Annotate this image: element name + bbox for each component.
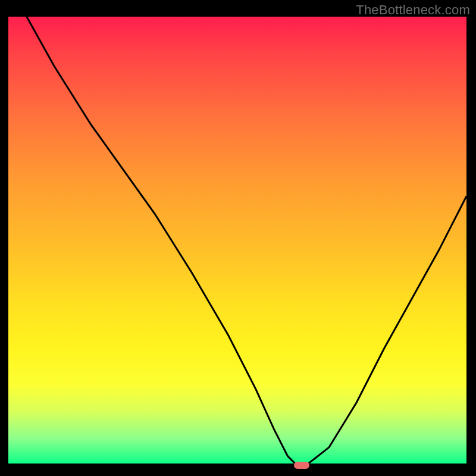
optimal-point-marker (294, 462, 309, 469)
plot-area (8, 17, 466, 465)
chart-frame: TheBottleneck.com (0, 0, 476, 476)
curve-layer (8, 17, 466, 465)
bottleneck-curve (27, 17, 466, 465)
watermark-text: TheBottleneck.com (356, 2, 470, 18)
x-axis-baseline (8, 464, 466, 465)
